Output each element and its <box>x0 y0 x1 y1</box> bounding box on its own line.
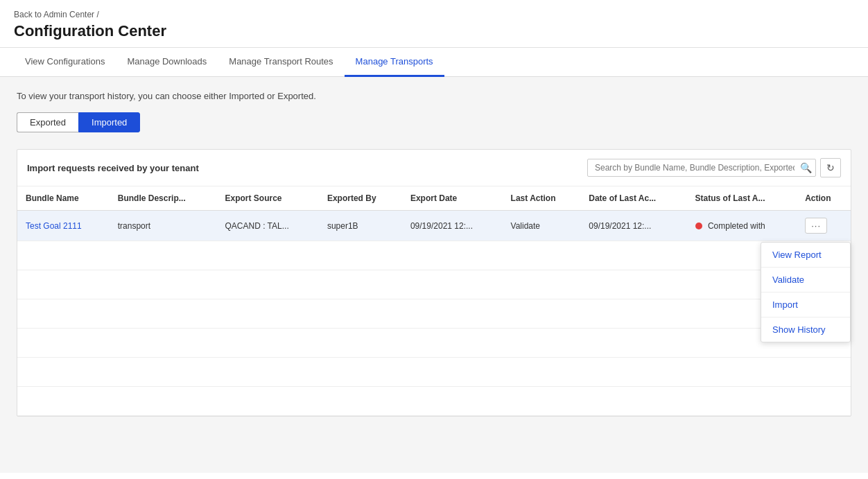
dropdown-item-import[interactable]: Import <box>761 292 850 317</box>
col-export-source: Export Source <box>216 186 318 211</box>
table-head: Bundle Name Bundle Descrip... Export Sou… <box>17 186 851 211</box>
imported-toggle-button[interactable]: Imported <box>78 112 140 132</box>
cell-date-last-action: 09/19/2021 12:... <box>580 211 686 241</box>
table-header-row-cols: Bundle Name Bundle Descrip... Export Sou… <box>17 186 851 211</box>
table-header-row: Import requests received by your tenant … <box>17 150 851 186</box>
back-link[interactable]: Back to Admin Center / <box>14 10 854 19</box>
cell-status: Completed with <box>687 211 797 241</box>
search-input[interactable] <box>587 159 816 177</box>
col-status-last-action: Status of Last A... <box>687 186 797 211</box>
action-cell: ··· View Report Validate Import Show His… <box>797 211 851 241</box>
tab-manage-transports[interactable]: Manage Transports <box>345 48 444 77</box>
table-section-title: Import requests received by your tenant <box>27 163 199 173</box>
page-title: Configuration Center <box>14 22 854 40</box>
col-exported-by: Exported By <box>319 186 402 211</box>
table-body: Test Goal 2111 transport QACAND : TAL...… <box>17 211 851 416</box>
toggle-buttons: Exported Imported <box>17 112 851 132</box>
table-row: Test Goal 2111 transport QACAND : TAL...… <box>17 211 851 241</box>
col-export-date: Export Date <box>402 186 503 211</box>
cell-exported-by: super1B <box>319 211 402 241</box>
status-dot-red <box>695 223 702 229</box>
tab-manage-transport-routes[interactable]: Manage Transport Routes <box>218 48 344 77</box>
col-action: Action <box>797 186 851 211</box>
search-area: 🔍 ↻ <box>587 158 841 177</box>
exported-toggle-button[interactable]: Exported <box>17 112 78 132</box>
table-row-empty <box>17 241 851 270</box>
dropdown-item-show-history[interactable]: Show History <box>761 317 850 342</box>
search-icon: 🔍 <box>800 162 812 173</box>
col-bundle-desc: Bundle Descrip... <box>110 186 217 211</box>
table-row-empty <box>17 299 851 329</box>
tabs-bar: View Configurations Manage Downloads Man… <box>0 48 868 77</box>
table-row-empty <box>17 387 851 416</box>
tab-manage-downloads[interactable]: Manage Downloads <box>116 48 218 77</box>
refresh-icon: ↻ <box>826 162 835 173</box>
cell-export-date: 09/19/2021 12:... <box>402 211 503 241</box>
status-text: Completed with <box>708 221 765 231</box>
content-area: To view your transport history, you can … <box>0 77 868 473</box>
table-row-empty <box>17 270 851 299</box>
dropdown-item-view-report[interactable]: View Report <box>761 243 850 267</box>
table-row-empty <box>17 329 851 358</box>
refresh-button[interactable]: ↻ <box>820 158 841 177</box>
cell-last-action: Validate <box>503 211 581 241</box>
col-last-action: Last Action <box>503 186 581 211</box>
table-section: Import requests received by your tenant … <box>17 149 851 417</box>
description-text: To view your transport history, you can … <box>17 91 851 101</box>
tab-view-configurations[interactable]: View Configurations <box>14 48 116 77</box>
dropdown-item-validate[interactable]: Validate <box>761 267 850 292</box>
cell-export-source: QACAND : TAL... <box>216 211 318 241</box>
cell-bundle-desc: transport <box>110 211 217 241</box>
dropdown-menu: View Report Validate Import Show History <box>761 242 851 342</box>
col-date-last-action: Date of Last Ac... <box>580 186 686 211</box>
cell-bundle-name[interactable]: Test Goal 2111 <box>17 211 110 241</box>
col-bundle-name: Bundle Name <box>17 186 110 211</box>
search-input-wrapper: 🔍 <box>587 159 816 177</box>
header-section: Back to Admin Center / Configuration Cen… <box>0 0 868 48</box>
table-row-empty <box>17 358 851 387</box>
data-table: Bundle Name Bundle Descrip... Export Sou… <box>17 186 851 416</box>
search-icon-button[interactable]: 🔍 <box>800 162 812 173</box>
action-ellipsis-button[interactable]: ··· <box>805 218 827 234</box>
